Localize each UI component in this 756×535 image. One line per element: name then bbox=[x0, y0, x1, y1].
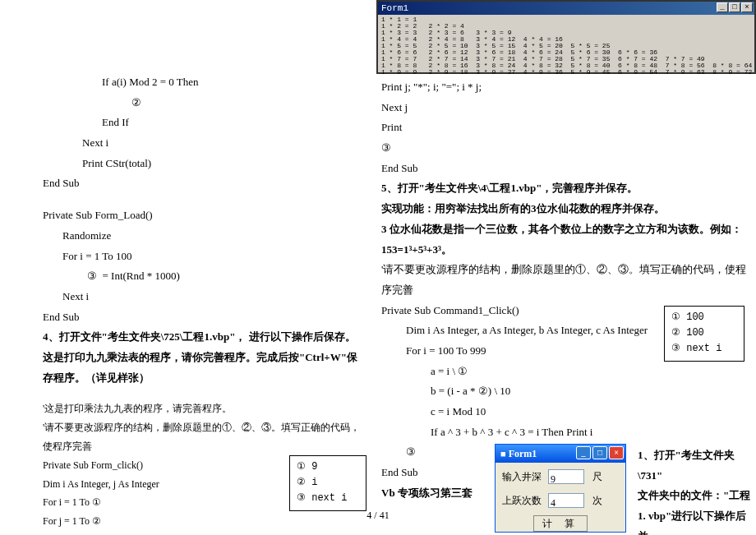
jumps-unit: 次 bbox=[592, 491, 602, 510]
answer-line: ③ next i bbox=[671, 341, 737, 357]
calculate-button[interactable]: 计 算 bbox=[533, 515, 588, 532]
question-4-line2: 这是打印九九乘法表的程序，请你完善程序。完成后按"Ctrl+W"保存程序。（详见… bbox=[23, 348, 366, 388]
code-line: a = i \ ① bbox=[381, 362, 749, 382]
multiplication-table: 1 * 1 = 1 1 * 2 = 2 2 * 2 = 4 1 * 3 = 3 … bbox=[378, 15, 754, 77]
code-line: For i = 1 To 100 bbox=[23, 247, 366, 267]
answer-line: ① 9 bbox=[297, 459, 359, 475]
comment-line: '请不要更改源程序的结构，删除原题里的①、②、③。填写正确的代码，使程序完善 bbox=[23, 418, 366, 456]
question-5-line2: 实现功能：用穷举法找出所有的3位水仙花数的程序并保存。 bbox=[381, 199, 749, 219]
window-titlebar[interactable]: ■ Form1 _ □ × bbox=[496, 445, 625, 463]
code-line: Next i bbox=[23, 287, 366, 307]
code-line: Next i bbox=[23, 133, 366, 154]
code-line: Randomize bbox=[23, 226, 366, 247]
minimize-button[interactable]: _ bbox=[576, 446, 591, 459]
code-line: ③ = Int(Rnd * 1000) bbox=[23, 266, 366, 287]
minimize-button[interactable]: _ bbox=[717, 2, 728, 12]
code-line: End Sub bbox=[23, 173, 366, 194]
answer-line: ② 100 bbox=[671, 325, 737, 341]
question-5-line1: 5、打开"考生文件夹\4\工程1.vbp"，完善程序并保存。 bbox=[381, 178, 749, 199]
code-line: Next j bbox=[381, 98, 749, 118]
maximize-button[interactable]: □ bbox=[592, 446, 607, 459]
code-line: End If bbox=[23, 113, 366, 133]
maximize-button[interactable]: □ bbox=[729, 2, 740, 12]
answer-box-q5: ① 100 ② 100 ③ next i bbox=[664, 306, 744, 362]
left-column: If a(i) Mod 2 = 0 Then ② End If Next i P… bbox=[0, 0, 376, 535]
code-line: For j = 1 To ② bbox=[23, 512, 366, 531]
question-1-text: 1、打开"考生文件夹\731" 文件夹中的文件："工程 1. vbp"进行以下操… bbox=[638, 445, 751, 535]
question-5-line3: 3 位水仙花数是指一个三位数，其各个数位上的数字之立方和为该数。例如：153=1… bbox=[381, 219, 749, 260]
close-button[interactable]: × bbox=[741, 2, 753, 12]
depth-label: 输入井深 bbox=[502, 468, 548, 487]
depth-unit: 尺 bbox=[592, 468, 602, 487]
multiplication-output-window: Form1 _ □ × 1 * 1 = 1 1 * 2 = 2 2 * 2 = … bbox=[376, 0, 756, 74]
answer-line: ① 100 bbox=[671, 310, 737, 325]
jumps-label: 上跃次数 bbox=[502, 491, 548, 510]
code-line: If a ^ 3 + b ^ 3 + c ^ 3 = i Then Print … bbox=[381, 422, 749, 443]
code-line: If a(i) Mod 2 = 0 Then bbox=[23, 72, 366, 93]
window-titlebar[interactable]: Form1 _ □ × bbox=[378, 2, 754, 15]
code-line: End Sub bbox=[23, 307, 366, 328]
code-line: ② bbox=[23, 93, 366, 113]
question-4-line1: 4、打开文件"考生文件夹\725\工程1.vbp"， 进行以下操作后保存。 bbox=[23, 327, 366, 348]
code-line: c = i Mod 10 bbox=[381, 402, 749, 422]
answer-line: ③ next i bbox=[297, 491, 359, 506]
code-line: Print j; "*"; i; "="; i * j; bbox=[381, 77, 749, 98]
code-line: Print bbox=[381, 118, 749, 138]
jumps-input[interactable]: 4 bbox=[548, 493, 584, 508]
form1-dialog: ■ Form1 _ □ × 输入井深 9 尺 上跃次数 4 次 计 算 bbox=[495, 444, 626, 533]
code-line: Print CStr(total) bbox=[23, 154, 366, 174]
code-line: ③ bbox=[381, 138, 749, 159]
depth-input[interactable]: 9 bbox=[548, 469, 584, 484]
code-line: b = (i - a * ②) \ 10 bbox=[381, 381, 749, 402]
code-line: End Sub bbox=[381, 159, 749, 179]
page-number: 4 / 41 bbox=[366, 506, 389, 525]
answer-line: ② i bbox=[297, 475, 359, 491]
code-line: Private Sub Form_Load() bbox=[23, 205, 366, 226]
answer-box-q4: ① 9 ② i ③ next i bbox=[289, 455, 366, 511]
close-button[interactable]: × bbox=[609, 446, 624, 459]
window-title: Form1 bbox=[381, 0, 408, 16]
comment-line: '请不要更改源程序的结构，删除原题里的①、②、③。填写正确的代码，使程序完善 bbox=[381, 260, 749, 300]
code-line: Print Tab((j - 1) * 12); bbox=[23, 531, 366, 535]
window-title: Form1 bbox=[509, 445, 537, 464]
comment-line: '这是打印乘法九九表的程序，请完善程序。 bbox=[23, 399, 366, 418]
